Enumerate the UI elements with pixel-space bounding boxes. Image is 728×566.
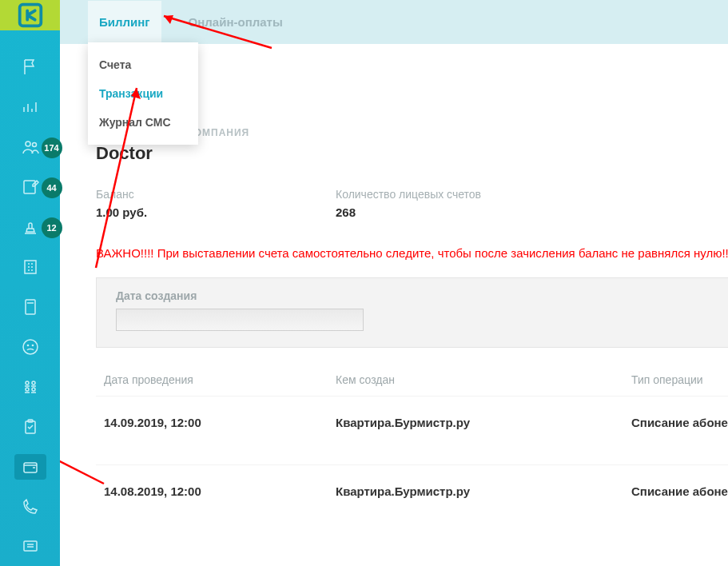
tab-billing[interactable]: Биллинг (88, 1, 161, 43)
dropdown-item-accounts[interactable]: Счета (88, 50, 198, 79)
th-date: Дата проведения (104, 373, 336, 386)
nav-phone-icon[interactable] (14, 494, 46, 520)
company-name: Doctor (96, 143, 728, 164)
badge-edit: 44 (42, 177, 62, 198)
svg-point-1 (26, 142, 30, 146)
nav-sad-icon[interactable] (14, 334, 46, 360)
nav-stamp-icon[interactable]: 12 (14, 214, 46, 240)
svg-rect-0 (19, 5, 41, 26)
nav-chart-icon[interactable] (14, 94, 46, 120)
balance-label: Баланс (96, 188, 336, 201)
warning-text: ВАЖНО!!!! При выставлении счета самостоя… (96, 246, 728, 260)
nav-people-icon[interactable]: 174 (14, 134, 46, 160)
stat-balance: Баланс 1.00 руб. (96, 188, 336, 219)
svg-point-9 (26, 381, 29, 385)
td-creator: Квартира.Бурмистр.ру (336, 484, 631, 498)
billing-dropdown: Счета Транзакции Журнал СМС (88, 42, 198, 145)
nav-clipboard-icon[interactable] (14, 414, 46, 440)
nav-edit-icon[interactable]: 44 (14, 174, 46, 200)
svg-point-10 (32, 381, 35, 385)
tab-online-payments[interactable]: Онлайн-оплаты (177, 1, 294, 43)
dropdown-item-transactions[interactable]: Транзакции (88, 79, 198, 108)
th-creator: Кем создан (336, 373, 631, 386)
table-head: Дата проведения Кем создан Тип операции (96, 373, 728, 396)
logo[interactable] (0, 0, 60, 30)
table-row[interactable]: 14.08.2019, 12:00 Квартира.Бурмистр.ру С… (96, 464, 728, 517)
nav-flag-icon[interactable] (14, 54, 46, 80)
main: Биллинг Онлайн-оплаты Счета Транзакции Ж… (60, 0, 728, 566)
nav-building-icon[interactable] (14, 254, 46, 280)
nav-calculator-icon[interactable] (14, 294, 46, 320)
td-creator: Квартира.Бурмистр.ру (336, 416, 631, 429)
td-date: 14.08.2019, 12:00 (104, 484, 336, 498)
svg-rect-16 (24, 541, 37, 551)
th-type: Тип операции (631, 373, 728, 386)
svg-rect-4 (25, 261, 36, 273)
svg-point-11 (26, 388, 29, 391)
dropdown-item-sms-log[interactable]: Журнал СМС (88, 108, 198, 137)
stat-accounts: Количество лицевых счетов 268 (336, 188, 575, 219)
nav-wallet-icon[interactable] (14, 454, 46, 480)
svg-rect-3 (24, 181, 35, 193)
nav-list: 174 44 12 (0, 54, 60, 566)
transactions-table: Дата проведения Кем создан Тип операции … (96, 373, 728, 517)
svg-point-8 (32, 345, 33, 345)
sidebar: 174 44 12 (0, 0, 60, 566)
td-type: Списание абонент (631, 484, 728, 498)
nav-screen-icon[interactable] (14, 534, 46, 560)
svg-rect-5 (26, 300, 35, 314)
breadcrumb-fragment: закции (144, 84, 728, 97)
td-date: 14.09.2019, 12:00 (104, 416, 336, 429)
svg-point-2 (32, 143, 36, 147)
svg-point-6 (23, 340, 38, 354)
balance-value: 1.00 руб. (96, 205, 336, 219)
filter-date-label: Дата создания (116, 289, 728, 302)
accounts-label: Количество лицевых счетов (336, 188, 575, 201)
svg-point-7 (27, 345, 28, 345)
page-title-fragment: ии (144, 58, 728, 79)
accounts-value: 268 (336, 205, 575, 219)
nav-group-icon[interactable] (14, 374, 46, 400)
badge-people: 174 (42, 138, 62, 158)
td-type: Списание абонент (631, 416, 728, 429)
svg-point-12 (32, 388, 35, 391)
filter-date-input[interactable] (116, 309, 364, 331)
badge-stamp: 12 (42, 217, 62, 238)
table-row[interactable]: 14.09.2019, 12:00 Квартира.Бурмистр.ру С… (96, 396, 728, 448)
filter-bar: Дата создания (96, 277, 728, 348)
top-tabs: Биллинг Онлайн-оплаты (60, 0, 728, 44)
stat-row: Баланс 1.00 руб. Количество лицевых счет… (96, 188, 728, 219)
